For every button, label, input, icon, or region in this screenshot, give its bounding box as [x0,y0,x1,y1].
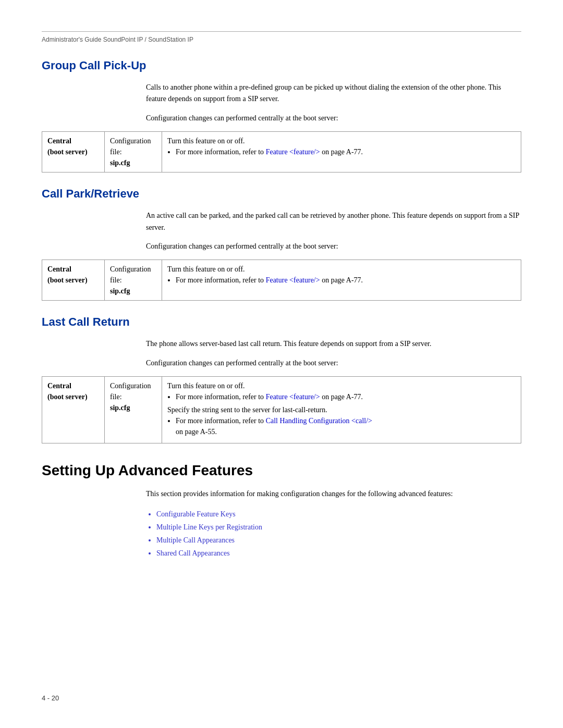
advanced-features-intro: This section provides information for ma… [146,488,521,500]
call-park-para2: Configuration changes can performed cent… [146,241,521,252]
last-call-para2: Configuration changes can performed cent… [146,357,521,369]
feature-link[interactable]: Feature <feature/> [266,276,320,284]
central-label: Central [47,265,71,273]
table-cell-right: Turn this feature on or off. For more in… [162,377,521,443]
central-label: Central [47,382,71,390]
table-bullets-last-call: For more information, refer to Feature <… [167,391,516,402]
advanced-features-title: Setting Up Advanced Features [42,462,521,479]
header-rule [42,31,521,32]
call-park-table: Central (boot server) Configuration file… [42,260,521,301]
list-item-configurable-feature-keys: Configurable Feature Keys [156,508,521,521]
table-row: Central (boot server) Configuration file… [42,260,521,301]
table-bullet-item: For more information, refer to Feature <… [176,146,516,157]
table-cell-mid: Configuration file: sip.cfg [105,132,162,172]
advanced-features-list: Configurable Feature Keys Multiple Line … [156,508,521,560]
section-title-last-call-return: Last Call Return [42,315,521,329]
table-cell-left: Central (boot server) [42,132,105,172]
boot-server-label: (boot server) [47,276,88,284]
group-call-pickup-para2: Configuration changes can performed cent… [146,113,521,124]
table-cell-left: Central (boot server) [42,260,105,301]
shared-call-appearances-link[interactable]: Shared Call Appearances [156,549,230,557]
boot-server-label: (boot server) [47,148,88,156]
table-row: Central (boot server) Configuration file… [42,377,521,443]
section-group-call-pickup: Group Call Pick-Up Calls to another phon… [42,59,521,172]
section-title-group-call-pickup: Group Call Pick-Up [42,59,521,72]
last-call-table: Central (boot server) Configuration file… [42,376,521,443]
table-cell-mid: Configuration file: sip.cfg [105,377,162,443]
section-call-park-retrieve: Call Park/Retrieve An active call can be… [42,187,521,301]
call-park-para1: An active call can be parked, and the pa… [146,210,521,233]
section-last-call-return: Last Call Return The phone allows server… [42,315,521,443]
table-bullets: For more information, refer to Feature <… [167,146,516,157]
table-cell-right: Turn this feature on or off. For more in… [162,132,521,172]
header-text: Administrator's Guide SoundPoint IP / So… [42,36,521,43]
section-title-call-park-retrieve: Call Park/Retrieve [42,187,521,201]
table-bullet-item-1: For more information, refer to Feature <… [176,391,516,402]
feature-link[interactable]: Feature <feature/> [266,148,320,156]
central-label: Central [47,137,71,145]
table-bullet-item-2: For more information, refer to Call Hand… [176,415,516,437]
group-call-pickup-table: Central (boot server) Configuration file… [42,131,521,172]
multiple-line-keys-link[interactable]: Multiple Line Keys per Registration [156,523,262,531]
last-call-para1: The phone allows server-based last call … [146,338,521,350]
boot-server-label: (boot server) [47,393,88,401]
table-cell-mid: Configuration file: sip.cfg [105,260,162,301]
section-advanced-features: Setting Up Advanced Features This sectio… [42,462,521,560]
page-number: 4 - 20 [42,694,59,702]
configurable-feature-keys-link[interactable]: Configurable Feature Keys [156,510,236,518]
list-item-shared-call-appearances: Shared Call Appearances [156,547,521,560]
table-bullet-item: For more information, refer to Feature <… [176,275,516,286]
table-cell-left: Central (boot server) [42,377,105,443]
table-bullets: For more information, refer to Feature <… [167,275,516,286]
last-call-line2: Specify the string sent to the server fo… [167,404,516,415]
multiple-call-appearances-link[interactable]: Multiple Call Appearances [156,536,235,544]
call-handling-link[interactable]: Call Handling Configuration <call/> [266,417,372,425]
table-bullets-last-call-2: For more information, refer to Call Hand… [167,415,516,437]
list-item-multiple-line-keys: Multiple Line Keys per Registration [156,521,521,534]
page: Administrator's Guide SoundPoint IP / So… [0,0,563,728]
group-call-pickup-para1: Calls to another phone within a pre-defi… [146,82,521,105]
table-cell-right: Turn this feature on or off. For more in… [162,260,521,301]
list-item-multiple-call-appearances: Multiple Call Appearances [156,534,521,547]
table-row: Central (boot server) Configuration file… [42,132,521,172]
feature-link-1[interactable]: Feature <feature/> [266,393,320,401]
